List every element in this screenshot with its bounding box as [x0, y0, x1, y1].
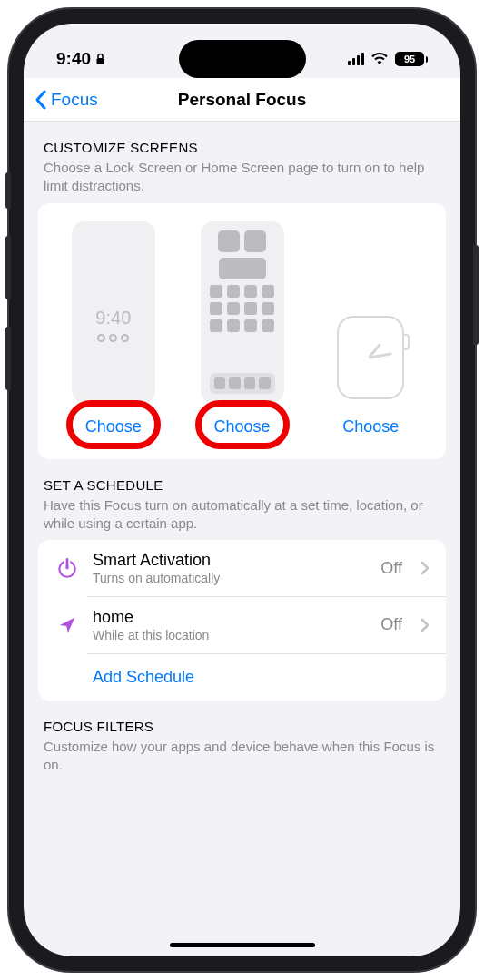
section-desc: Choose a Lock Screen or Home Screen page… — [44, 159, 440, 196]
wifi-icon — [370, 53, 389, 65]
chevron-left-icon — [35, 90, 47, 110]
row-subtitle: Turns on automatically — [93, 571, 368, 585]
section-desc: Customize how your apps and device behav… — [44, 738, 440, 775]
choose-home-screen-button[interactable]: Choose — [213, 417, 270, 436]
location-arrow-icon — [54, 612, 80, 638]
status-time: 9:40 — [56, 49, 91, 69]
watch-clock-icon — [348, 335, 393, 380]
battery-indicator: 95 — [395, 52, 428, 66]
customize-screens-card: 9:40 Choose — [38, 203, 446, 459]
lock-icon — [95, 53, 105, 65]
section-desc: Have this Focus turn on automatically at… — [44, 496, 440, 534]
row-title: home — [93, 608, 368, 627]
smart-activation-row[interactable]: Smart Activation Turns on automatically … — [38, 540, 446, 596]
watch-face-option: Choose — [310, 312, 431, 436]
volume-up-button — [5, 236, 11, 299]
section-title: FOCUS FILTERS — [44, 719, 440, 734]
row-title: Smart Activation — [93, 551, 368, 570]
dynamic-island — [179, 40, 306, 78]
volume-down-button — [5, 327, 11, 390]
mute-switch — [5, 172, 11, 209]
power-button — [473, 245, 479, 345]
home-screen-option: Choose — [182, 221, 303, 436]
watch-face-thumbnail[interactable] — [331, 312, 410, 403]
svg-rect-0 — [97, 58, 104, 64]
home-screen-thumbnail[interactable] — [201, 221, 284, 403]
customize-screens-header: CUSTOMIZE SCREENS Choose a Lock Screen o… — [24, 122, 460, 203]
cellular-signal-icon — [348, 53, 364, 65]
navigation-bar: Focus Personal Focus — [24, 78, 460, 122]
row-value: Off — [380, 615, 402, 634]
focus-filters-header: FOCUS FILTERS Customize how your apps an… — [24, 701, 460, 782]
power-icon — [54, 555, 80, 581]
section-title: SET A SCHEDULE — [44, 477, 440, 493]
lock-thumbnail-time: 9:40 — [95, 308, 131, 328]
battery-level: 95 — [404, 54, 415, 64]
lock-widgets-icon — [97, 334, 129, 342]
screen: 9:40 95 — [24, 24, 460, 956]
schedule-card: Smart Activation Turns on automatically … — [38, 540, 446, 701]
home-location-row[interactable]: home While at this location Off — [38, 597, 446, 653]
back-button[interactable]: Focus — [35, 90, 98, 110]
choose-lock-screen-button[interactable]: Choose — [85, 417, 142, 436]
section-title: CUSTOMIZE SCREENS — [44, 140, 440, 155]
row-subtitle: While at this location — [93, 628, 368, 642]
page-title: Personal Focus — [178, 90, 307, 110]
add-schedule-row[interactable]: Add Schedule — [38, 653, 446, 701]
lock-screen-option: 9:40 Choose — [53, 221, 174, 436]
row-value: Off — [380, 559, 402, 578]
content-area[interactable]: CUSTOMIZE SCREENS Choose a Lock Screen o… — [24, 122, 460, 782]
add-schedule-button[interactable]: Add Schedule — [93, 668, 194, 687]
back-label: Focus — [51, 90, 98, 110]
phone-frame: 9:40 95 — [9, 9, 475, 971]
chevron-right-icon — [420, 618, 430, 632]
schedule-header: SET A SCHEDULE Have this Focus turn on a… — [24, 459, 460, 541]
choose-watch-face-button[interactable]: Choose — [342, 417, 399, 436]
home-indicator[interactable] — [170, 943, 315, 947]
lock-screen-thumbnail[interactable]: 9:40 — [72, 221, 155, 403]
chevron-right-icon — [420, 561, 430, 575]
